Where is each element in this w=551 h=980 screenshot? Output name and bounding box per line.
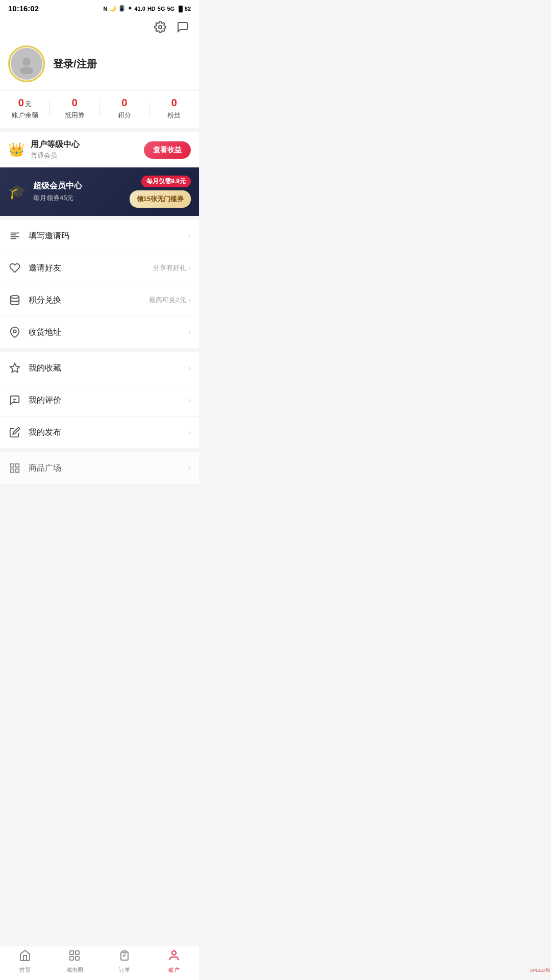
invite-code-icon: [8, 229, 21, 242]
points-value: 0: [121, 97, 127, 109]
fans-label: 粉丝: [167, 111, 181, 120]
super-info: 超级会员中心 每月领券45元: [33, 181, 122, 203]
stat-points[interactable]: 0 积分: [99, 97, 149, 120]
reviews-arrow: ›: [188, 396, 191, 405]
balance-value: 0: [18, 97, 24, 109]
divider-1: [0, 128, 199, 132]
svg-point-8: [13, 330, 16, 333]
reviews-icon: [8, 394, 21, 407]
menu-item-address[interactable]: 收货地址 ›: [0, 316, 199, 348]
points-hint: 最高可兑2元: [149, 296, 186, 305]
price-badge: 每月仅需9.9元: [141, 176, 191, 187]
status-icons: N 🌙 📳 ✦ 41.0 HD 5G 5G ▐▌82: [104, 5, 191, 12]
posts-label: 我的发布: [29, 427, 181, 438]
points-label: 积分兑换: [29, 295, 142, 306]
balance-unit: 元: [25, 100, 32, 109]
menu-list: 填写邀请码 › 邀请好友 分享有好礼 ›: [0, 220, 199, 348]
svg-rect-12: [11, 464, 14, 467]
menu-list-2: 我的收藏 › 我的评价 ›: [0, 352, 199, 448]
more-label: 商品广场: [29, 463, 181, 474]
get-coupon-button[interactable]: 领15张无门槛券: [130, 190, 191, 208]
invite-friend-hint: 分享有好礼: [153, 263, 186, 273]
svg-point-0: [159, 26, 162, 29]
invite-friend-label: 邀请好友: [29, 263, 146, 274]
svg-point-7: [11, 296, 19, 299]
menu-item-points[interactable]: 积分兑换 最高可兑2元 ›: [0, 284, 199, 316]
invite-code-label: 填写邀请码: [29, 231, 181, 241]
divider-4: [0, 448, 199, 452]
super-subtitle: 每月领券45元: [33, 193, 122, 203]
more-arrow: ›: [188, 463, 191, 473]
menu-item-posts[interactable]: 我的发布 ›: [0, 416, 199, 448]
login-text[interactable]: 登录/注册: [53, 57, 97, 71]
svg-rect-15: [16, 469, 19, 472]
balance-label: 账户余额: [12, 111, 38, 120]
coupon-value: 0: [72, 97, 78, 109]
svg-point-1: [22, 58, 31, 66]
divider-2: [0, 216, 199, 220]
posts-icon: [8, 426, 21, 439]
points-icon: [8, 293, 21, 307]
view-earnings-button[interactable]: 查看收益: [144, 141, 191, 159]
favorites-right: ›: [188, 363, 191, 373]
status-bar: 10:16:02 N 🌙 📳 ✦ 41.0 HD 5G 5G ▐▌82: [0, 0, 199, 15]
favorites-label: 我的收藏: [29, 363, 181, 374]
graduation-icon: 🎓: [8, 183, 26, 200]
level-info: 用户等级中心 普通会员: [31, 139, 138, 160]
level-card: 👑 用户等级中心 普通会员 查看收益: [0, 132, 199, 167]
favorites-arrow: ›: [188, 363, 191, 373]
more-right: ›: [188, 463, 191, 473]
invite-friend-icon: [8, 261, 21, 275]
reviews-label: 我的评价: [29, 395, 181, 406]
fans-value: 0: [171, 97, 177, 109]
posts-arrow: ›: [188, 428, 191, 437]
address-arrow: ›: [188, 328, 191, 337]
more-icon: [8, 461, 21, 475]
level-title: 用户等级中心: [31, 139, 138, 150]
status-time: 10:16:02: [8, 4, 39, 13]
favorites-icon: [8, 361, 21, 375]
svg-rect-13: [16, 464, 19, 467]
divider-3: [0, 348, 199, 352]
crown-icon: 👑: [8, 142, 24, 158]
level-subtitle: 普通会员: [31, 151, 138, 160]
menu-item-invite-code[interactable]: 填写邀请码 ›: [0, 220, 199, 252]
avatar[interactable]: [8, 45, 45, 82]
points-label: 积分: [118, 111, 131, 120]
invite-code-right: ›: [188, 231, 191, 240]
svg-marker-9: [10, 363, 19, 372]
stat-balance[interactable]: 0 元 账户余额: [0, 97, 50, 120]
svg-rect-14: [11, 469, 14, 472]
coupon-label: 抵用券: [65, 111, 85, 120]
invite-friend-arrow: ›: [188, 263, 191, 273]
settings-icon[interactable]: [152, 19, 168, 35]
menu-item-favorites[interactable]: 我的收藏 ›: [0, 352, 199, 384]
address-right: ›: [188, 328, 191, 337]
profile-section: 登录/注册: [0, 39, 199, 90]
invite-friend-right: 分享有好礼 ›: [153, 263, 191, 273]
reviews-right: ›: [188, 396, 191, 405]
menu-item-invite-friend[interactable]: 邀请好友 分享有好礼 ›: [0, 252, 199, 284]
header: [0, 15, 199, 39]
address-label: 收货地址: [29, 327, 181, 338]
stat-coupon[interactable]: 0 抵用券: [50, 97, 100, 120]
menu-item-reviews[interactable]: 我的评价 ›: [0, 384, 199, 416]
stat-fans[interactable]: 0 粉丝: [149, 97, 199, 120]
super-member-card[interactable]: 🎓 超级会员中心 每月领券45元 每月仅需9.9元 领15张无门槛券: [0, 167, 199, 216]
super-title: 超级会员中心: [33, 181, 122, 191]
message-icon[interactable]: [174, 19, 191, 35]
menu-item-more[interactable]: 商品广场 ›: [0, 452, 199, 484]
points-arrow: ›: [188, 296, 191, 305]
stats-row: 0 元 账户余额 0 抵用券 0 积分 0 粉丝: [0, 90, 199, 128]
svg-point-2: [20, 67, 33, 74]
invite-code-arrow: ›: [188, 231, 191, 240]
points-right: 最高可兑2元 ›: [149, 296, 191, 305]
address-icon: [8, 326, 21, 339]
super-action-area: 每月仅需9.9元 领15张无门槛券: [130, 176, 191, 208]
posts-right: ›: [188, 428, 191, 437]
